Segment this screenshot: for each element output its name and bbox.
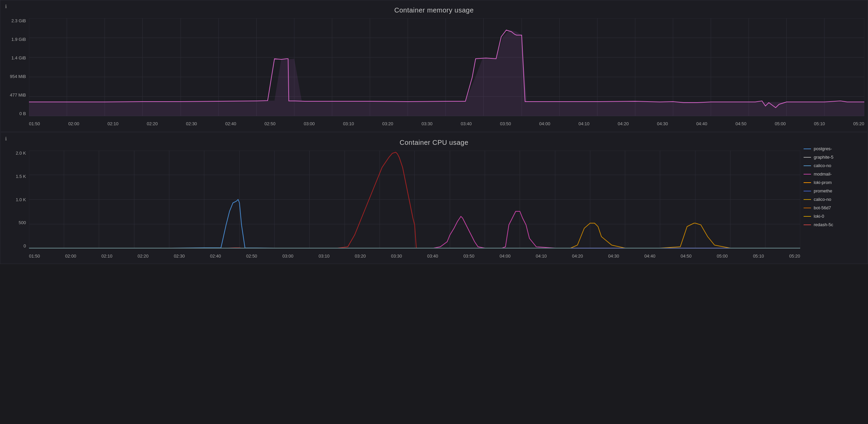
cpu-x-0210: 02:10 — [102, 254, 113, 259]
cpu-x-0240: 02:40 — [210, 254, 221, 259]
x-label-0300: 03:00 — [304, 121, 315, 126]
legend-item-bot: bot-56d7 — [804, 205, 864, 210]
x-label-0500: 05:00 — [775, 121, 786, 126]
cpu-y-label-1: 1.5 K — [16, 174, 26, 179]
legend-item-calico2: calico-no — [804, 197, 864, 202]
cpu-x-0420: 04:20 — [572, 254, 583, 259]
x-label-0350: 03:50 — [500, 121, 511, 126]
legend-line-postgres — [804, 149, 811, 149]
legend-line-calico2 — [804, 199, 811, 200]
legend-label-prometheus: promethe — [814, 188, 832, 193]
y-label-4: 477 MiB — [10, 92, 26, 98]
legend-line-loki-prom — [804, 182, 811, 183]
legend-item-prometheus: promethe — [804, 188, 864, 193]
x-label-0230: 02:30 — [186, 121, 197, 126]
cpu-x-0520: 05:20 — [789, 254, 800, 259]
cpu-x-0250: 02:50 — [246, 254, 257, 259]
x-label-0440: 04:40 — [696, 121, 707, 126]
legend-item-redash: redash-5c — [804, 222, 864, 227]
x-label-0310: 03:10 — [343, 121, 354, 126]
legend-label-loki0: loki-0 — [814, 214, 824, 219]
cpu-chart-svg — [29, 151, 800, 248]
cpu-x-0310: 03:10 — [319, 254, 330, 259]
cpu-chart-area: 2.0 K 1.5 K 1.0 K 500 0 — [29, 151, 800, 248]
memory-info-icon: ℹ — [5, 4, 7, 9]
x-label-0430: 04:30 — [657, 121, 668, 126]
legend-label-loki-prom: loki-prom — [814, 180, 832, 185]
y-label-0: 2.3 GiB — [11, 18, 26, 23]
x-label-0320: 03:20 — [382, 121, 394, 126]
cpu-x-axis: 01:50 02:00 02:10 02:20 02:30 02:40 02:5… — [29, 254, 800, 259]
x-label-0200: 02:00 — [68, 121, 79, 126]
cpu-x-0450: 04:50 — [681, 254, 692, 259]
legend-item-modmail: modmail- — [804, 171, 864, 177]
legend-item-postgres: postgres- — [804, 146, 864, 151]
legend-label-calico2: calico-no — [814, 197, 831, 202]
x-label-0330: 03:30 — [422, 121, 433, 126]
legend-label-graphite: graphite-5 — [814, 155, 834, 160]
y-label-3: 954 MiB — [10, 74, 26, 79]
cpu-x-0440: 04:40 — [644, 254, 656, 259]
cpu-y-label-3: 500 — [19, 220, 26, 225]
cpu-x-0150: 01:50 — [29, 254, 40, 259]
cpu-x-0320: 03:20 — [355, 254, 366, 259]
cpu-x-0300: 03:00 — [282, 254, 293, 259]
legend-line-bot — [804, 208, 811, 208]
legend-line-redash — [804, 224, 811, 225]
cpu-x-0340: 03:40 — [427, 254, 438, 259]
memory-y-axis: 2.3 GiB 1.9 GiB 1.4 GiB 954 MiB 477 MiB … — [3, 18, 28, 116]
x-label-0510: 05:10 — [814, 121, 825, 126]
y-label-5: 0 B — [19, 111, 26, 116]
legend-line-graphite — [804, 157, 811, 158]
legend-label-redash: redash-5c — [814, 222, 833, 227]
memory-chart-svg — [29, 18, 864, 116]
legend-line-loki0 — [804, 216, 811, 217]
x-label-0150: 01:50 — [29, 121, 40, 126]
cpu-x-0510: 05:10 — [753, 254, 764, 259]
legend-label-calico1: calico-no — [814, 163, 831, 168]
memory-panel-title: Container memory usage — [0, 4, 868, 16]
cpu-x-0430: 04:30 — [608, 254, 619, 259]
cpu-x-0500: 05:00 — [717, 254, 728, 259]
legend-line-calico1 — [804, 165, 811, 166]
legend-item-loki0: loki-0 — [804, 214, 864, 219]
cpu-y-label-0: 2.0 K — [16, 151, 26, 156]
cpu-x-0350: 03:50 — [463, 254, 474, 259]
cpu-x-0200: 02:00 — [65, 254, 76, 259]
cpu-x-0400: 04:00 — [499, 254, 511, 259]
cpu-y-label-2: 1.0 K — [16, 197, 26, 202]
cpu-panel-title: Container CPU usage — [0, 136, 868, 148]
legend-line-prometheus — [804, 191, 811, 191]
cpu-info-icon: ℹ — [5, 136, 7, 141]
cpu-x-0410: 04:10 — [536, 254, 547, 259]
cpu-x-0230: 02:30 — [174, 254, 185, 259]
x-label-0240: 02:40 — [225, 121, 236, 126]
memory-x-axis: 01:50 02:00 02:10 02:20 02:30 02:40 02:5… — [29, 121, 864, 126]
x-label-0450: 04:50 — [735, 121, 747, 126]
x-label-0420: 04:20 — [618, 121, 629, 126]
x-label-0410: 04:10 — [578, 121, 589, 126]
cpu-x-0220: 02:20 — [138, 254, 149, 259]
memory-panel: ℹ Container memory usage 2.3 GiB 1.9 GiB… — [0, 0, 868, 132]
legend-label-bot: bot-56d7 — [814, 205, 831, 210]
legend-label-modmail: modmail- — [814, 171, 832, 177]
x-label-0340: 03:40 — [461, 121, 472, 126]
x-label-0520: 05:20 — [853, 121, 864, 126]
cpu-y-label-4: 0 — [24, 243, 26, 248]
legend-item-graphite: graphite-5 — [804, 155, 864, 160]
cpu-legend: postgres- graphite-5 calico-no modmail- … — [804, 146, 864, 227]
y-label-2: 1.4 GiB — [11, 55, 26, 60]
cpu-x-0330: 03:30 — [391, 254, 402, 259]
memory-chart-area: 2.3 GiB 1.9 GiB 1.4 GiB 954 MiB 477 MiB … — [29, 18, 864, 116]
cpu-panel: ℹ Container CPU usage 2.0 K 1.5 K 1.0 K … — [0, 132, 868, 264]
cpu-y-axis: 2.0 K 1.5 K 1.0 K 500 0 — [3, 151, 28, 248]
x-label-0210: 02:10 — [108, 121, 119, 126]
svg-marker-29 — [29, 30, 864, 116]
x-label-0250: 02:50 — [264, 121, 276, 126]
legend-label-postgres: postgres- — [814, 146, 832, 151]
legend-item-loki-prom: loki-prom — [804, 180, 864, 185]
x-label-0400: 04:00 — [539, 121, 550, 126]
x-label-0220: 02:20 — [147, 121, 158, 126]
legend-item-calico1: calico-no — [804, 163, 864, 168]
y-label-1: 1.9 GiB — [11, 37, 26, 42]
